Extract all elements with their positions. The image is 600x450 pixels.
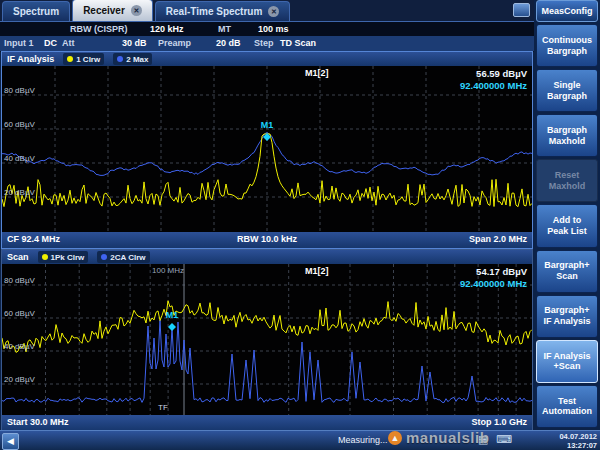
- trace2-color-icon: [117, 56, 123, 62]
- mt-label: MT: [218, 24, 231, 34]
- scan-spectrum-graph[interactable]: M1 100 MHz TF 80 dBµV 60 dBµV 40 dBµV 20…: [2, 264, 532, 415]
- legend-label: 1 Clrw: [76, 55, 100, 64]
- span-field[interactable]: Span 2.0 MHz: [469, 234, 527, 244]
- tab-label: Receiver: [83, 5, 125, 16]
- legend-label: 2CA Clrw: [110, 253, 145, 262]
- stop-frequency-field[interactable]: Stop 1.0 GHz: [471, 417, 527, 427]
- tab-bar: Spectrum Receiver ✕ Real-Time Spectrum ✕: [0, 0, 534, 22]
- softkey-single-bargraph[interactable]: Single Bargraph: [536, 69, 598, 112]
- input-settings-row: Input 1 DC Att 30 dB Preamp 20 dB Step T…: [0, 36, 534, 52]
- display-icon[interactable]: [513, 3, 530, 17]
- softkey-if-analysis-scan[interactable]: IF Analysis +Scan: [536, 340, 598, 383]
- softkey-add-to-peak-list[interactable]: Add to Peak List: [536, 204, 598, 247]
- step-label: Step: [254, 38, 274, 48]
- panel-title: Scan: [7, 252, 29, 262]
- watermark-text: manualslib: [406, 429, 489, 446]
- scan-average-trace: [2, 320, 532, 403]
- softkey-bargraph-scan[interactable]: Bargraph+ Scan: [536, 250, 598, 293]
- keyboard-icon[interactable]: ⌨: [496, 433, 512, 446]
- att-label: Att: [62, 38, 75, 48]
- y-axis-label: 80 dBµV: [4, 86, 35, 95]
- measuring-status: Measuring...: [338, 435, 388, 445]
- marker-reference: M1[2]: [305, 68, 329, 78]
- tab-spectrum[interactable]: Spectrum: [2, 1, 70, 21]
- y-axis-label: 20 dBµV: [4, 188, 35, 197]
- rbw-label: RBW (CISPR): [70, 24, 128, 34]
- y-axis-label: 40 dBµV: [4, 154, 35, 163]
- legend-label: 1Pk Clrw: [51, 253, 85, 262]
- status-bar: ◀ Measuring... ▦ ⌨ 04.07.2012 13:27:07: [0, 430, 600, 450]
- scan-panel-header: Scan 1Pk Clrw 2CA Clrw: [2, 250, 532, 264]
- watermark: ▲ manualslib: [388, 429, 489, 446]
- marker-frequency: 92.400000 MHz: [460, 278, 527, 290]
- trace2-legend[interactable]: 2 Max: [113, 53, 152, 65]
- y-axis-label: 80 dBµV: [4, 276, 35, 285]
- frequency-gridline-label: 100 MHz: [152, 266, 184, 275]
- marker-diamond[interactable]: [168, 323, 176, 331]
- input-value[interactable]: DC: [44, 38, 57, 48]
- if-panel-header: IF Analysis 1 Clrw 2 Max: [2, 52, 532, 66]
- close-icon[interactable]: ✕: [131, 5, 142, 16]
- input-label: Input 1: [4, 38, 34, 48]
- cf-field[interactable]: CF 92.4 MHz: [7, 234, 60, 244]
- rbw-field[interactable]: RBW 10.0 kHz: [237, 234, 297, 244]
- marker-readout: 54.17 dBµV 92.400000 MHz: [460, 266, 527, 291]
- tab-realtime-spectrum[interactable]: Real-Time Spectrum ✕: [155, 1, 291, 21]
- softkey-bargraph-maxhold[interactable]: Bargraph Maxhold: [536, 114, 598, 157]
- datetime-display: 04.07.2012 13:27:07: [559, 433, 597, 450]
- y-axis-label: 40 dBµV: [4, 342, 35, 351]
- scan-peak-trace: [2, 301, 532, 353]
- tab-label: Real-Time Spectrum: [166, 6, 263, 17]
- trace1-legend[interactable]: 1Pk Clrw: [38, 251, 89, 263]
- marker-level: 54.17 dBµV: [460, 266, 527, 278]
- trace1-color-icon: [67, 56, 73, 62]
- statusbar-scroll-icon[interactable]: ◀: [2, 433, 19, 450]
- if-analysis-panel: IF Analysis 1 Clrw 2 Max M1 80 dBµV 60 d…: [1, 51, 533, 249]
- att-value[interactable]: 30 dB: [122, 38, 147, 48]
- preamp-value[interactable]: 20 dB: [216, 38, 241, 48]
- if-spectrum-graph[interactable]: M1 80 dBµV 60 dBµV 40 dBµV 20 dBµV M1[2]…: [2, 66, 532, 232]
- if-panel-footer: CF 92.4 MHz RBW 10.0 kHz Span 2.0 MHz: [2, 232, 532, 248]
- mt-value[interactable]: 100 ms: [258, 24, 289, 34]
- instrument-screen: Spectrum Receiver ✕ Real-Time Spectrum ✕…: [0, 0, 600, 450]
- marker-reference: M1[2]: [305, 266, 329, 276]
- marker-frequency: 92.400000 MHz: [460, 80, 527, 92]
- softkey-bargraph-if-analysis[interactable]: Bargraph+ IF Analysis: [536, 295, 598, 338]
- transducer-factor-label: TF: [158, 403, 168, 412]
- marker-label: M1: [261, 120, 274, 130]
- close-icon[interactable]: ✕: [268, 6, 279, 17]
- marker-level: 56.59 dBµV: [460, 68, 527, 80]
- trace2-color-icon: [101, 254, 107, 260]
- preamp-label: Preamp: [158, 38, 191, 48]
- softkey-sidebar: MeasConfig Continuous Bargraph Single Ba…: [534, 0, 600, 430]
- tab-label: Spectrum: [13, 6, 59, 17]
- panel-title: IF Analysis: [7, 54, 54, 64]
- trace1-legend[interactable]: 1 Clrw: [63, 53, 104, 65]
- start-frequency-field[interactable]: Start 30.0 MHz: [7, 417, 69, 427]
- time-text: 13:27:07: [559, 442, 597, 450]
- tab-receiver[interactable]: Receiver ✕: [72, 0, 153, 21]
- watermark-logo-icon: ▲: [388, 431, 402, 445]
- y-axis-label: 60 dBµV: [4, 309, 35, 318]
- rbw-value[interactable]: 120 kHz: [150, 24, 184, 34]
- bandwidth-settings-row: RBW (CISPR) 120 kHz MT 100 ms: [0, 22, 534, 36]
- softkey-reset-maxhold[interactable]: Reset Maxhold: [536, 159, 598, 202]
- y-axis-label: 60 dBµV: [4, 120, 35, 129]
- softkey-test-automation[interactable]: Test Automation: [536, 385, 598, 428]
- trace1-color-icon: [42, 254, 48, 260]
- softkey-continuous-bargraph[interactable]: Continuous Bargraph: [536, 24, 598, 67]
- marker-readout: 56.59 dBµV 92.400000 MHz: [460, 68, 527, 93]
- legend-label: 2 Max: [126, 55, 148, 64]
- softkey-menu-title: MeasConfig: [536, 0, 598, 22]
- trace2-legend[interactable]: 2CA Clrw: [97, 251, 149, 263]
- step-value[interactable]: TD Scan: [280, 38, 316, 48]
- scan-panel: Scan 1Pk Clrw 2CA Clrw M1 100 MHz TF: [1, 249, 533, 432]
- marker-label: M1: [166, 310, 179, 320]
- y-axis-label: 20 dBµV: [4, 375, 35, 384]
